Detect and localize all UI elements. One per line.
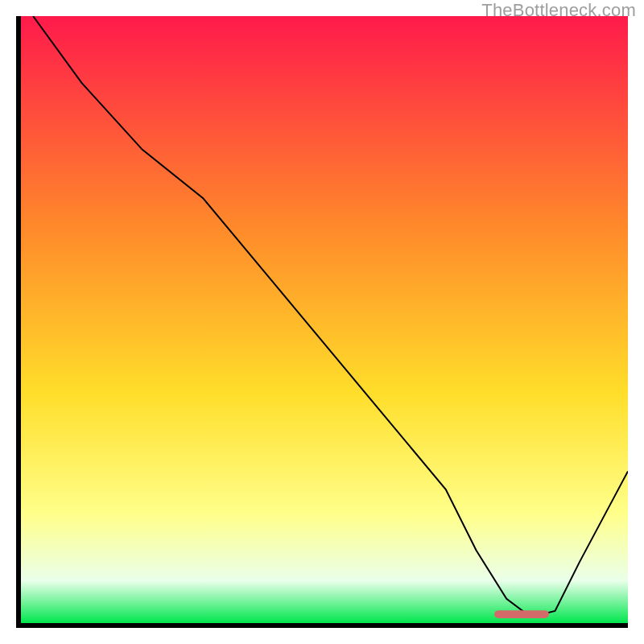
gradient-background <box>21 16 628 623</box>
plot-area <box>21 16 628 623</box>
optimal-range-bar <box>494 610 549 618</box>
plot-svg <box>21 16 628 623</box>
y-axis-line <box>16 16 21 628</box>
chart-frame <box>16 16 628 628</box>
x-axis-line <box>16 623 628 628</box>
watermark-label: TheBottleneck.com <box>481 0 636 21</box>
chart-container: TheBottleneck.com <box>0 0 644 644</box>
